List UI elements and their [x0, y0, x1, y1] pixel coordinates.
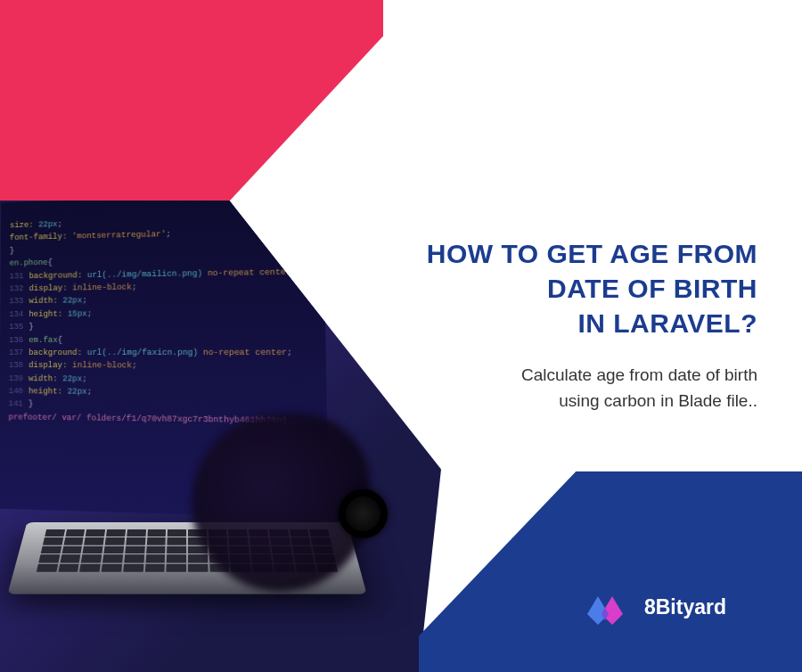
- main-title: HOW TO GET AGE FROM DATE OF BIRTH IN LAR…: [383, 236, 757, 340]
- brand-name-text: 8Bityard: [644, 595, 726, 619]
- promo-graphic: size: 22px; font-family: 'montserratregu…: [0, 0, 802, 672]
- text-block: HOW TO GET AGE FROM DATE OF BIRTH IN LAR…: [383, 236, 757, 414]
- title-line: IN LARAVEL?: [383, 306, 757, 340]
- title-line: DATE OF BIRTH: [383, 271, 757, 306]
- subtitle-text: Calculate age from date of birth using c…: [383, 363, 757, 414]
- subtitle-line: using carbon in Blade file..: [383, 389, 757, 414]
- brand-logo-icon: [582, 589, 628, 625]
- top-pink-shape: [0, 0, 383, 201]
- laptop-photo: size: 22px; font-family: 'montserratregu…: [0, 201, 441, 672]
- wristwatch: [339, 489, 388, 538]
- title-line: HOW TO GET AGE FROM: [383, 236, 757, 271]
- brand-footer: 8Bityard: [582, 589, 726, 625]
- subtitle-line: Calculate age from date of birth: [383, 363, 757, 389]
- bottom-blue-shape: [419, 471, 802, 672]
